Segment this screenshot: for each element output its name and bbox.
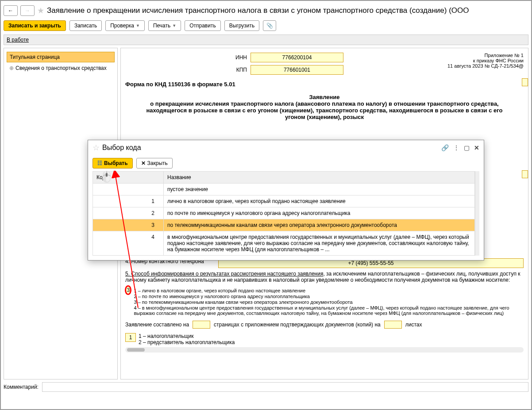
favorite-star-icon[interactable]: ☆ bbox=[93, 143, 100, 153]
appendix-info: Приложение № 1 к приказу ФНС России 11 а… bbox=[447, 53, 524, 75]
method-description: 5. Способ информирования о результатах р… bbox=[125, 271, 524, 283]
status-bar: В работе bbox=[4, 34, 528, 45]
send-button[interactable]: Отправить bbox=[185, 20, 221, 31]
chevron-down-icon: ▼ bbox=[172, 23, 176, 28]
cell-name: по телекоммуникационным каналам связи че… bbox=[164, 219, 475, 231]
check-label: Проверка bbox=[110, 23, 134, 29]
horizontal-scrollbar[interactable] bbox=[125, 347, 524, 353]
partial-field-edge[interactable] bbox=[522, 78, 528, 86]
method-underline-text: 5. Способ информирования о результатах р… bbox=[125, 271, 323, 277]
table-row[interactable]: 1лично в налоговом органе, через который… bbox=[93, 195, 475, 207]
form-code: Форма по КНД 1150136 в формате 5.01 bbox=[125, 81, 524, 88]
method-option-1: 1 – лично в налоговом органе, через кото… bbox=[134, 288, 524, 293]
method-options-list: 1 – лично в налоговом органе, через кото… bbox=[134, 287, 524, 316]
select-label: Выбрать bbox=[104, 160, 128, 166]
back-button[interactable]: ← bbox=[4, 5, 18, 16]
modal-title: Выбор кода bbox=[102, 144, 439, 152]
method-option-3: 3 – по телекоммуникационным каналам связ… bbox=[134, 299, 524, 305]
table-row[interactable]: 2по почте по имеющемуся у налогового орг… bbox=[93, 207, 475, 219]
comment-label: Комментарий: bbox=[4, 384, 39, 390]
cell-name: по почте по имеющемуся у налогового орга… bbox=[164, 207, 475, 219]
kpp-field[interactable]: 776601001 bbox=[251, 65, 343, 75]
select-button[interactable]: ☷ Выбрать bbox=[93, 158, 133, 169]
declarant-option-2: 2 – представитель налогоплательщика bbox=[139, 339, 235, 345]
declarant-code-field[interactable]: 1 bbox=[125, 333, 136, 342]
cell-code bbox=[93, 184, 164, 195]
attach-button[interactable]: 📎 bbox=[263, 20, 276, 31]
declarant-options: 1 – налогоплательщик 2 – представитель н… bbox=[139, 333, 235, 345]
method-option-2: 2 – по почте по имеющемуся у налогового … bbox=[134, 294, 524, 299]
table-row[interactable]: 4в многофункциональном центре предоставл… bbox=[93, 231, 475, 256]
close-icon[interactable]: ✕ bbox=[474, 144, 479, 151]
sidebar-item-vehicles[interactable]: Сведения о транспортных средствах bbox=[7, 63, 115, 73]
page-title: Заявление о прекращении исчисления транс… bbox=[47, 6, 469, 15]
inn-field[interactable]: 7766200104 bbox=[251, 53, 343, 62]
col-name-header[interactable]: Название bbox=[164, 172, 475, 184]
kpp-label: КПП bbox=[229, 67, 247, 73]
cell-code: 4 bbox=[93, 231, 164, 256]
forward-button[interactable]: → bbox=[20, 5, 35, 16]
appendix-line1: Приложение № 1 bbox=[447, 53, 524, 58]
export-button[interactable]: Выгрузить bbox=[224, 20, 260, 31]
paperclip-icon: 📎 bbox=[266, 23, 273, 29]
cell-code: 1 bbox=[93, 195, 164, 207]
cell-name: лично в налоговом органе, через который … bbox=[164, 195, 475, 207]
check-button[interactable]: Проверка▼ bbox=[105, 20, 145, 31]
favorite-star-icon[interactable]: ★ bbox=[37, 6, 44, 15]
table-row[interactable]: пустое значение bbox=[93, 184, 475, 195]
cell-name: в многофункциональном центре предоставле… bbox=[164, 231, 475, 256]
more-icon[interactable]: ⋮ bbox=[453, 144, 459, 151]
maximize-icon[interactable]: ▢ bbox=[464, 144, 470, 151]
code-table: Код Название пустое значение 1лично в на… bbox=[93, 171, 475, 256]
vertical-scrollbar[interactable] bbox=[475, 171, 479, 256]
link-icon[interactable]: 🔗 bbox=[441, 144, 449, 151]
write-button[interactable]: Записать bbox=[69, 20, 102, 31]
pages-field[interactable] bbox=[193, 321, 210, 329]
comment-input[interactable] bbox=[42, 382, 528, 392]
compiled-label-a: Заявление составлено на bbox=[125, 322, 189, 328]
chevron-down-icon: ▼ bbox=[136, 23, 140, 28]
cell-code: 3 bbox=[93, 219, 164, 231]
appendix-line3: 11 августа 2023 № СД-7-21/534@ bbox=[447, 63, 524, 69]
select-icon: ☷ bbox=[97, 160, 102, 166]
print-button[interactable]: Печать▼ bbox=[148, 20, 181, 31]
close-button[interactable]: ✕ Закрыть bbox=[136, 158, 173, 169]
code-select-dialog: ☆ Выбор кода 🔗 ⋮ ▢ ✕ ☷ Выбрать ✕ Закрыть… bbox=[88, 140, 484, 261]
print-label: Печать bbox=[153, 23, 170, 29]
declarant-option-1: 1 – налогоплательщик bbox=[139, 333, 235, 339]
sidebar-item-title-page[interactable]: Титульная страница bbox=[7, 52, 115, 62]
method-option-4: 4 – в многофункциональном центре предост… bbox=[134, 305, 524, 316]
cell-name: пустое значение bbox=[164, 184, 475, 195]
table-row-selected[interactable]: 3по телекоммуникационным каналам связи ч… bbox=[93, 219, 475, 231]
document-title: Заявление о прекращении исчисления транс… bbox=[143, 94, 506, 120]
inn-label: ИНН bbox=[229, 54, 247, 61]
attachments-field[interactable] bbox=[384, 321, 402, 329]
compiled-label-b: страницах с приложением подтверждающих д… bbox=[214, 322, 381, 328]
compiled-label-c: листах bbox=[405, 322, 422, 328]
method-code-field[interactable]: 3 bbox=[125, 286, 131, 295]
appendix-line2: к приказу ФНС России bbox=[447, 58, 524, 63]
cell-code: 2 bbox=[93, 207, 164, 219]
col-code-header[interactable]: Код bbox=[93, 172, 164, 184]
close-icon: ✕ bbox=[141, 160, 146, 166]
status-inwork-link[interactable]: В работе bbox=[7, 37, 29, 43]
save-close-button[interactable]: Записать и закрыть bbox=[4, 20, 66, 31]
close-label: Закрыть bbox=[147, 160, 168, 166]
partial-field-edge[interactable] bbox=[522, 170, 528, 178]
